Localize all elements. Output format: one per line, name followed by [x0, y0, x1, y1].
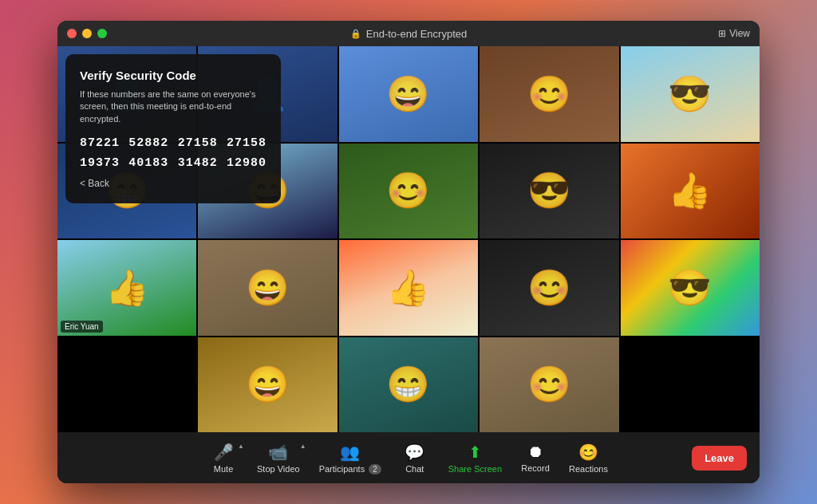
- reactions-icon: 😊: [578, 443, 598, 462]
- video-cell-eric: 👍 Eric Yuan: [57, 240, 196, 336]
- view-button[interactable]: ⊞ View: [718, 28, 750, 39]
- security-title: Verify Security Code: [80, 69, 266, 82]
- record-icon: ⏺: [527, 443, 543, 461]
- toolbar: 🎤 Mute ▲ 📹 Stop Video ▲ 👥 Participants 2…: [57, 432, 760, 483]
- fullscreen-button[interactable]: [97, 29, 107, 38]
- code-7: 31482: [178, 156, 218, 170]
- video-cell: 😄: [339, 46, 478, 142]
- code-row-1: 87221 52882 27158 27158: [80, 136, 266, 150]
- security-description: If these numbers are the same on everyon…: [80, 89, 266, 125]
- mute-button[interactable]: 🎤 Mute ▲: [199, 438, 247, 478]
- main-content: 👤 👤 😄 😊 😎 😁 😄: [57, 46, 760, 432]
- reactions-button[interactable]: 😊 Reactions: [559, 438, 618, 478]
- zoom-window: 🔒 End-to-end Encrypted ⊞ View 👤 👤 😄 😊: [57, 21, 760, 483]
- leave-button[interactable]: Leave: [692, 446, 747, 471]
- video-cell: 😎: [621, 240, 760, 336]
- video-cell: 👍: [621, 144, 760, 239]
- chat-button[interactable]: 💬 Chat: [391, 438, 439, 478]
- video-cell: 😁: [339, 337, 478, 433]
- video-cell: 😄: [198, 337, 337, 433]
- code-5: 19373: [80, 156, 120, 170]
- code-6: 40183: [128, 156, 168, 170]
- traffic-lights: [67, 29, 107, 38]
- participants-button[interactable]: 👥 Participants 2: [310, 438, 391, 478]
- titlebar-title: 🔒 End-to-end Encrypted: [350, 28, 467, 40]
- security-panel: Verify Security Code If these numbers ar…: [65, 54, 281, 203]
- code-3: 27158: [178, 136, 218, 150]
- share-icon: ⬆: [468, 443, 482, 462]
- back-button[interactable]: < Back: [80, 178, 266, 189]
- code-row-2: 19373 40183 31482 12980: [80, 156, 266, 170]
- video-icon: 📹: [268, 443, 288, 462]
- chat-icon: 💬: [405, 443, 424, 462]
- video-cell: 😊: [480, 46, 618, 142]
- chevron-up-icon: ▲: [300, 443, 306, 450]
- code-8: 12980: [227, 156, 266, 170]
- code-4: 27158: [227, 136, 266, 150]
- lock-icon: 🔒: [350, 29, 361, 39]
- close-button[interactable]: [67, 29, 77, 38]
- video-cell: 👍: [339, 240, 478, 336]
- participant-name: Eric Yuan: [61, 321, 103, 333]
- minimize-button[interactable]: [82, 29, 92, 38]
- video-cell: 😄: [198, 240, 337, 336]
- video-cell: 😎: [621, 46, 760, 142]
- grid-icon: ⊞: [718, 28, 726, 39]
- record-button[interactable]: ⏺ Record: [511, 438, 559, 478]
- share-screen-button[interactable]: ⬆ Share Screen: [439, 438, 511, 478]
- video-cell: 😊: [480, 240, 618, 336]
- video-cell: 😊: [339, 144, 478, 239]
- mic-icon: 🎤: [214, 443, 234, 462]
- video-cell: 😎: [480, 144, 618, 239]
- titlebar: 🔒 End-to-end Encrypted ⊞ View: [57, 21, 760, 46]
- code-2: 52882: [128, 136, 168, 150]
- code-1: 87221: [80, 136, 120, 150]
- participants-icon: 👥: [340, 443, 360, 462]
- stop-video-button[interactable]: 📹 Stop Video ▲: [247, 438, 310, 478]
- chevron-up-icon: ▲: [238, 443, 244, 450]
- video-cell: 😊: [480, 337, 618, 433]
